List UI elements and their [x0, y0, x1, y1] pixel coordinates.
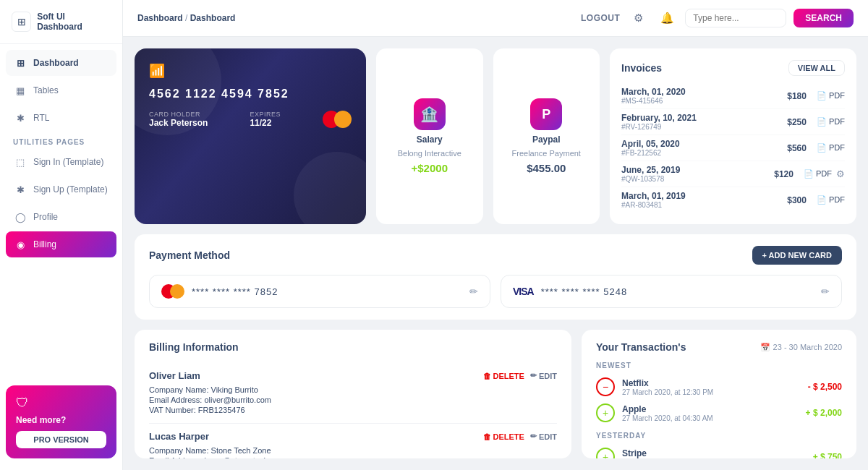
view-all-button[interactable]: VIEW ALL: [788, 60, 845, 76]
tx-amount: + $ 2,000: [806, 408, 842, 418]
sidebar: ⊞ Soft UI Dashboard ⊞ Dashboard ▦ Tables…: [0, 0, 123, 470]
notifications-icon[interactable]: 🔔: [656, 7, 678, 29]
sidebar-item-tables[interactable]: ▦ Tables: [6, 77, 116, 103]
credit-card: 📶 4562 1122 4594 7852 Card Holder Jack P…: [135, 48, 366, 224]
sidebar-item-billing[interactable]: ◉ Billing: [6, 231, 116, 257]
breadcrumb-root: Dashboard: [137, 13, 183, 23]
invoice-right: $300 📄 PDF: [787, 195, 845, 205]
logout-button[interactable]: LOGOUT: [581, 13, 620, 23]
billing-info-title: Billing Information: [149, 341, 557, 353]
tx-minus-icon: −: [596, 377, 615, 396]
tx-time: 27 March 2020, at 12:30 PM: [622, 388, 801, 396]
person-name: Lucas Harper: [149, 431, 209, 442]
billing-icon: ◉: [13, 237, 27, 252]
pdf-link[interactable]: 📄 PDF: [804, 169, 832, 179]
card-holder-name: Jack Peterson: [149, 118, 208, 128]
tx-info: Netflix 27 March 2020, at 12:30 PM: [622, 378, 801, 396]
sidebar-item-label: Tables: [33, 85, 59, 95]
invoice-right: $250 📄 PDF: [787, 117, 845, 127]
invoice-date: March, 01, 2019: [621, 191, 686, 201]
tx-info: Stripe 26 March 2020, at 13:45 PM: [622, 448, 806, 459]
edit-button[interactable]: ✏ EDIT: [530, 432, 557, 441]
invoices-title: Invoices: [621, 62, 662, 74]
promo-title: Need more?: [16, 415, 106, 425]
transactions-date-range: 📅 23 - 30 March 2020: [760, 343, 842, 352]
billing-info-card: Billing Information Oliver Liam 🗑 DELETE…: [135, 330, 571, 458]
settings-icon[interactable]: ⚙: [627, 7, 649, 29]
invoice-right: $180 📄 PDF: [787, 91, 845, 101]
payment-cards: **** **** **** 7852 ✏ VISA **** **** ***…: [149, 275, 842, 308]
invoice-date: June, 25, 2019: [621, 165, 680, 175]
sidebar-nav: ⊞ Dashboard ▦ Tables ✱ RTL UTILITIES PAG…: [0, 50, 122, 377]
sidebar-item-label: Billing: [33, 239, 56, 249]
mastercard-logo: [323, 111, 352, 128]
invoice-row: February, 10, 2021#RV-126749 $250 📄 PDF: [621, 109, 845, 135]
delete-button[interactable]: 🗑 DELETE: [483, 371, 524, 380]
pro-version-button[interactable]: PRO VERSION: [16, 431, 106, 448]
signin-icon: ⬚: [13, 155, 27, 169]
payment-card-mastercard: **** **** **** 7852 ✏: [149, 275, 490, 308]
card-holder-label: Card Holder: [149, 111, 208, 118]
invoice-ref: #QW-103578: [621, 175, 680, 183]
sidebar-item-rtl[interactable]: ✱ RTL: [6, 105, 116, 131]
edit-visa-icon[interactable]: ✏: [821, 286, 830, 297]
profile-icon: ◯: [13, 210, 27, 224]
signup-icon: ✱: [13, 182, 27, 197]
sidebar-item-label: Profile: [33, 212, 58, 222]
billing-company: Company Name: Stone Tech Zone: [149, 446, 557, 455]
stat-card-salary: 🏦 Salary Belong Interactive +$2000: [376, 48, 483, 224]
delete-button[interactable]: 🗑 DELETE: [483, 432, 524, 441]
tx-name: Stripe: [622, 448, 806, 458]
invoice-row: June, 25, 2019#QW-103578 $120 📄 PDF ⚙: [621, 161, 845, 187]
paypal-icon: P: [530, 98, 562, 130]
visa-logo: VISA: [513, 286, 534, 297]
breadcrumb: Dashboard / Dashboard: [137, 13, 572, 23]
invoices-card: Invoices VIEW ALL March, 01, 2020#MS-415…: [610, 48, 856, 224]
invoice-ref: #MS-415646: [621, 97, 686, 105]
mastercard-number: **** **** **** 7852: [192, 286, 462, 297]
sidebar-item-signin[interactable]: ⬚ Sign In (Template): [6, 149, 116, 175]
sidebar-section-label: UTILITIES PAGES: [6, 132, 116, 149]
paypal-value: $455.00: [527, 162, 566, 174]
edit-button[interactable]: ✏ EDIT: [530, 371, 557, 380]
search-input[interactable]: [685, 9, 786, 27]
tx-plus-icon: +: [596, 448, 615, 458]
search-button[interactable]: SEARCH: [793, 9, 854, 27]
billing-email: Email Address: lucas@stone-tech.com: [149, 456, 557, 458]
invoice-date: April, 05, 2020: [621, 139, 680, 149]
yesterday-label: YESTERDAY: [596, 432, 842, 440]
pdf-link[interactable]: 📄 PDF: [817, 195, 845, 205]
logo-text: Soft UI Dashboard: [37, 12, 111, 32]
topbar: Dashboard / Dashboard LOGOUT ⚙ 🔔 SEARCH: [123, 0, 868, 37]
content: 📶 4562 1122 4594 7852 Card Holder Jack P…: [123, 37, 868, 470]
sidebar-item-signup[interactable]: ✱ Sign Up (Template): [6, 176, 116, 202]
billing-vat: VAT Number: FRB1235476: [149, 406, 557, 414]
edit-mastercard-icon[interactable]: ✏: [469, 286, 478, 297]
breadcrumb-current: Dashboard: [190, 13, 236, 23]
sidebar-item-label: Sign Up (Template): [33, 184, 108, 195]
invoice-ref: #FB-212562: [621, 149, 680, 157]
pdf-link[interactable]: 📄 PDF: [817, 91, 845, 101]
invoice-date: March, 01, 2020: [621, 87, 686, 97]
dashboard-icon: ⊞: [13, 56, 27, 70]
salary-sublabel: Belong Interactive: [398, 149, 461, 158]
add-card-button[interactable]: + ADD NEW CARD: [752, 246, 842, 265]
gear-icon[interactable]: ⚙: [836, 168, 845, 179]
billing-person-lucas: Lucas Harper 🗑 DELETE ✏ EDIT Company Nam…: [149, 424, 557, 458]
billing-actions: 🗑 DELETE ✏ EDIT: [483, 432, 557, 441]
promo-icon: 🛡: [16, 396, 106, 411]
pdf-link[interactable]: 📄 PDF: [817, 117, 845, 127]
pdf-link[interactable]: 📄 PDF: [817, 143, 845, 153]
invoice-amount: $180: [787, 91, 807, 101]
rtl-icon: ✱: [13, 111, 27, 125]
sidebar-item-profile[interactable]: ◯ Profile: [6, 204, 116, 230]
invoice-right: $560 📄 PDF: [787, 143, 845, 153]
billing-person-header: Oliver Liam 🗑 DELETE ✏ EDIT: [149, 370, 557, 381]
invoices-header: Invoices VIEW ALL: [621, 60, 845, 76]
sidebar-item-dashboard[interactable]: ⊞ Dashboard: [6, 50, 116, 76]
invoice-amount: $300: [787, 195, 807, 205]
tx-name: Netflix: [622, 378, 801, 388]
paypal-label: Paypal: [532, 134, 561, 145]
billing-person-header: Lucas Harper 🗑 DELETE ✏ EDIT: [149, 431, 557, 442]
logo-icon: ⊞: [12, 12, 31, 32]
